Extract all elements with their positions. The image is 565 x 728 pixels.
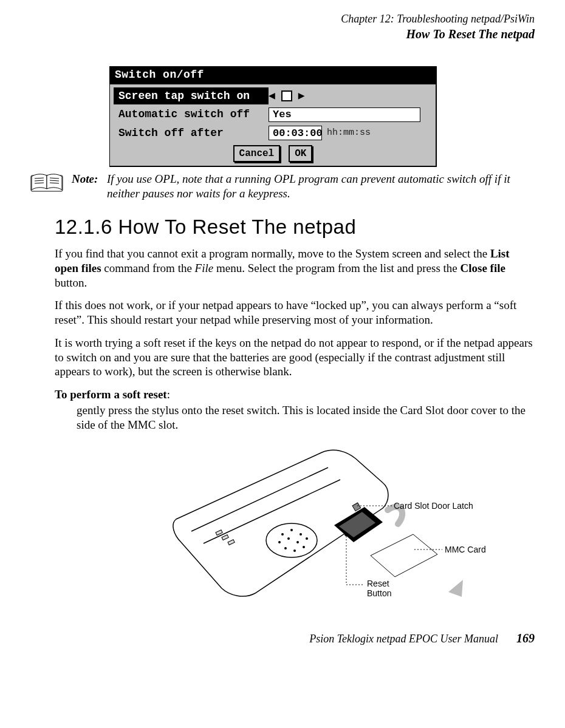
svg-point-15 bbox=[284, 547, 287, 549]
footer-book-title: Psion Teklogix netpad EPOC User Manual bbox=[309, 632, 498, 646]
footer-page-number: 169 bbox=[516, 631, 535, 646]
note-text: If you use OPL, note that a running OPL … bbox=[104, 172, 535, 201]
arrow-left-icon: ◀ bbox=[269, 89, 275, 103]
running-header: Chapter 12: Troubleshooting netpad/PsiWi… bbox=[30, 12, 535, 42]
row-auto-off-value[interactable]: Yes bbox=[269, 107, 420, 122]
reset-figure: Card Slot Door Latch MMC Card Reset Butt… bbox=[152, 440, 492, 610]
dialog-title: Switch on/off bbox=[110, 66, 436, 84]
checkbox-icon[interactable] bbox=[281, 90, 292, 101]
section-heading: 12.1.6 How To Reset The netpad bbox=[55, 214, 535, 239]
svg-point-8 bbox=[281, 533, 284, 536]
arrow-right-icon: ▶ bbox=[298, 89, 305, 103]
header-section: How To Reset The netpad bbox=[30, 26, 535, 42]
svg-point-14 bbox=[306, 537, 308, 540]
para-1: If you find that you cannot exit a progr… bbox=[55, 247, 535, 290]
callout-reset-1: Reset bbox=[367, 579, 389, 588]
callout-reset-2: Button bbox=[367, 588, 391, 598]
row-auto-off-label: Automatic switch off bbox=[114, 106, 269, 123]
callout-latch: Card Slot Door Latch bbox=[394, 501, 473, 511]
svg-point-16 bbox=[293, 549, 296, 552]
dialog-screenshot: Switch on/off Screen tap switch on ◀ ▶ A… bbox=[109, 66, 535, 167]
para-4-lead: To perform a soft reset: bbox=[55, 387, 535, 402]
header-chapter: Chapter 12: Troubleshooting netpad/PsiWi… bbox=[30, 12, 535, 26]
page-footer: Psion Teklogix netpad EPOC User Manual 1… bbox=[30, 631, 535, 646]
row-switch-after-label: Switch off after bbox=[114, 124, 269, 142]
svg-point-13 bbox=[296, 541, 299, 543]
svg-point-17 bbox=[303, 546, 305, 548]
svg-point-10 bbox=[300, 533, 302, 536]
row-screen-tap-value[interactable]: ◀ ▶ bbox=[269, 87, 432, 105]
cancel-button[interactable]: Cancel bbox=[233, 145, 281, 162]
body-content: If you find that you cannot exit a progr… bbox=[55, 247, 535, 610]
row-switch-after-value[interactable]: 00:03:00 bbox=[269, 126, 322, 140]
svg-point-12 bbox=[287, 537, 290, 540]
para-2: If this does not work, or if your netpad… bbox=[55, 298, 535, 327]
svg-point-22 bbox=[344, 532, 348, 536]
note-label: Note: bbox=[72, 172, 101, 201]
svg-point-11 bbox=[278, 541, 281, 543]
svg-point-9 bbox=[290, 529, 293, 531]
time-unit-label: hh:mm:ss bbox=[327, 128, 371, 139]
open-book-icon bbox=[30, 172, 63, 195]
svg-point-7 bbox=[266, 523, 317, 557]
row-screen-tap-label: Screen tap switch on bbox=[114, 87, 269, 105]
para-3: It is worth trying a soft reset if the k… bbox=[55, 336, 535, 379]
callout-mmc: MMC Card bbox=[445, 545, 486, 554]
ok-button[interactable]: OK bbox=[289, 145, 312, 162]
note-block: Note: If you use OPL, note that a runnin… bbox=[30, 172, 535, 201]
para-4-body: gently press the stylus onto the reset s… bbox=[77, 403, 535, 432]
